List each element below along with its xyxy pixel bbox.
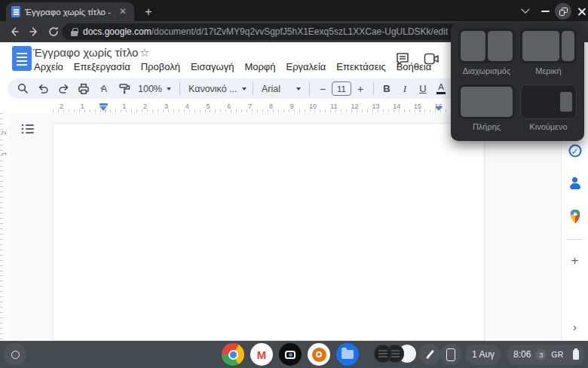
outline-icon bbox=[21, 123, 35, 135]
ruler-number: 1 bbox=[0, 152, 8, 155]
text-color-button[interactable]: A bbox=[432, 80, 450, 98]
ruler-number: 5 bbox=[206, 103, 210, 110]
partial-layout-icon bbox=[520, 29, 577, 63]
ruler-number: 13 bbox=[372, 103, 379, 110]
show-outline-button[interactable] bbox=[20, 121, 36, 137]
stylus-tools-button[interactable] bbox=[419, 344, 440, 365]
notification-badge: 3 bbox=[535, 349, 547, 360]
left-indent-marker[interactable] bbox=[100, 103, 108, 111]
shelf-app-settings[interactable] bbox=[308, 343, 330, 366]
browser-tab[interactable]: Έγγραφο χωρίς τίτλο - Έγγραφα ✕ bbox=[6, 2, 134, 21]
window-maximize-button[interactable] bbox=[555, 3, 571, 20]
underline-button[interactable]: U bbox=[414, 80, 432, 98]
zoom-select[interactable]: 100% bbox=[133, 80, 176, 98]
shelf-app-files[interactable] bbox=[336, 343, 359, 366]
document-canvas: 21 ✓ bbox=[0, 113, 588, 341]
chromeos-shelf: M 1 Αυγ 8:06 3 GR bbox=[0, 341, 588, 368]
paint-format-button[interactable] bbox=[115, 80, 133, 98]
contacts-icon bbox=[569, 177, 581, 189]
increase-font-size-button[interactable]: + bbox=[351, 80, 369, 98]
ruler-number: 15 bbox=[414, 103, 421, 110]
holding-space-thumbnail[interactable] bbox=[374, 345, 392, 363]
shelf-app-screencast[interactable] bbox=[279, 343, 302, 366]
minimize-icon bbox=[541, 11, 550, 12]
undo-button[interactable] bbox=[34, 80, 52, 98]
get-addons-button[interactable]: + bbox=[571, 253, 579, 268]
comments-button[interactable] bbox=[394, 50, 412, 68]
keyboard-layout-indicator: GR bbox=[551, 350, 563, 359]
font-select[interactable]: Arial bbox=[257, 80, 305, 98]
print-button[interactable] bbox=[75, 80, 93, 98]
layout-option-full[interactable]: Πλήρης bbox=[458, 84, 515, 136]
maps-pin-icon bbox=[570, 210, 580, 224]
tasks-panel-button[interactable]: ✓ bbox=[568, 145, 581, 158]
launcher-icon bbox=[11, 351, 20, 359]
layout-option-float[interactable]: Κινούμενο bbox=[520, 84, 577, 136]
back-button[interactable] bbox=[5, 23, 24, 41]
reload-icon bbox=[47, 26, 60, 38]
menu-format[interactable]: Μορφή bbox=[239, 60, 280, 73]
side-panel: ✓ + › bbox=[561, 113, 588, 341]
maps-panel-button[interactable] bbox=[570, 210, 580, 224]
shelf-app-gmail[interactable]: M bbox=[250, 343, 273, 366]
ruler-number: 12 bbox=[351, 103, 359, 110]
forward-button[interactable] bbox=[24, 23, 44, 41]
calendar-date-button[interactable]: 1 Αυγ bbox=[465, 345, 501, 365]
spellcheck-button[interactable]: A ✓ bbox=[95, 80, 113, 98]
phone-icon bbox=[446, 348, 455, 361]
shelf-time: 8:06 bbox=[513, 349, 531, 360]
undo-icon bbox=[37, 82, 50, 95]
video-camera-icon bbox=[424, 52, 439, 66]
restore-icon bbox=[559, 8, 568, 16]
ruler-number: 3 bbox=[164, 103, 168, 110]
window-minimize-button[interactable] bbox=[537, 3, 553, 20]
new-tab-button[interactable]: + bbox=[140, 4, 157, 20]
redo-icon bbox=[57, 82, 70, 95]
tab-close-icon[interactable]: ✕ bbox=[117, 6, 129, 18]
ruler-number: 16 bbox=[435, 103, 443, 110]
caret-down-icon bbox=[167, 87, 171, 90]
layout-option-partial[interactable]: Μερική bbox=[520, 29, 577, 80]
menu-view[interactable]: Προβολή bbox=[136, 60, 185, 73]
gmail-icon: M bbox=[257, 348, 267, 361]
launcher-button[interactable] bbox=[4, 343, 26, 366]
zoom-value: 100% bbox=[138, 84, 162, 94]
ruler-number: 2 bbox=[0, 130, 8, 134]
float-layout-icon bbox=[520, 84, 577, 119]
search-menus-button[interactable] bbox=[14, 80, 32, 98]
document-page[interactable] bbox=[53, 123, 485, 341]
window-chevron-button[interactable] bbox=[517, 3, 534, 20]
window-layout-menu: Διαχωρισμός Μερική Πλήρης Κινούμενο bbox=[451, 23, 584, 141]
meet-button[interactable] bbox=[422, 50, 440, 68]
menu-insert[interactable]: Εισαγωγή bbox=[185, 60, 239, 73]
chevron-down-icon bbox=[521, 5, 529, 14]
lock-icon bbox=[71, 28, 78, 36]
reload-button[interactable] bbox=[44, 23, 63, 41]
back-icon bbox=[8, 26, 20, 38]
font-size-field[interactable]: 11 bbox=[332, 81, 351, 96]
ruler-number: 2 bbox=[143, 103, 147, 110]
menu-tools[interactable]: Εργαλεία bbox=[281, 60, 332, 73]
decrease-font-size-button[interactable]: − bbox=[314, 80, 332, 98]
chromeos-screen: Έγγραφο χωρίς τίτλο - Έγγραφα ✕ + docs.g… bbox=[0, 0, 588, 368]
folder-icon bbox=[341, 350, 354, 359]
bold-button[interactable]: B bbox=[378, 80, 396, 98]
menu-file[interactable]: Αρχείο bbox=[29, 60, 69, 73]
star-button[interactable]: ☆ bbox=[139, 46, 149, 60]
phone-hub-button[interactable] bbox=[440, 344, 461, 365]
italic-button[interactable]: I bbox=[396, 80, 414, 98]
paragraph-style-select[interactable]: Κανονικό ... bbox=[184, 80, 249, 98]
hide-side-panel-button[interactable]: › bbox=[573, 320, 577, 333]
ruler-number: 8 bbox=[269, 103, 273, 110]
ruler-number: 2 bbox=[60, 103, 63, 110]
menu-edit[interactable]: Επεξεργασία bbox=[69, 60, 136, 73]
status-tray[interactable]: 8:06 3 GR bbox=[507, 345, 585, 365]
stylus-pen-icon bbox=[425, 350, 433, 360]
document-title[interactable]: Έγγραφο χωρίς τίτλο bbox=[33, 46, 138, 59]
layout-option-split[interactable]: Διαχωρισμός bbox=[458, 29, 515, 80]
menu-extensions[interactable]: Επεκτάσεις bbox=[331, 60, 390, 73]
shelf-app-chrome[interactable] bbox=[222, 343, 244, 366]
redo-button[interactable] bbox=[54, 80, 72, 98]
window-close-button[interactable] bbox=[573, 3, 588, 20]
contacts-panel-button[interactable] bbox=[569, 177, 581, 189]
